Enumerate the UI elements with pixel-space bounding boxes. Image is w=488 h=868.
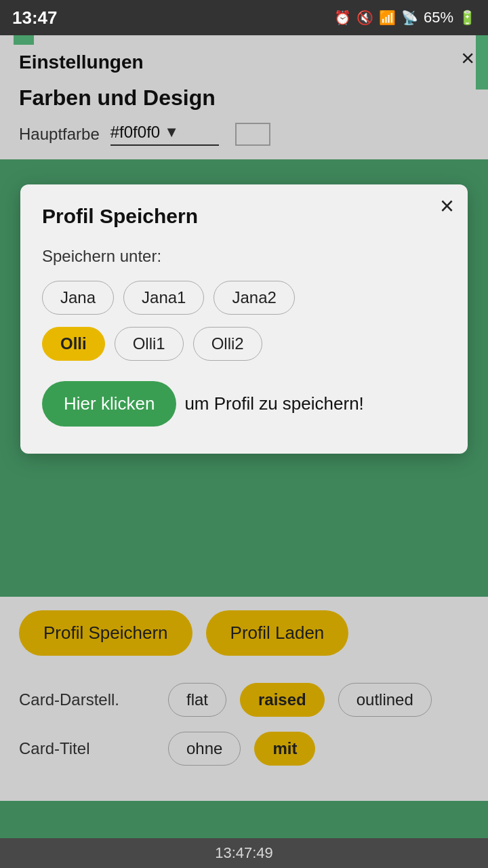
- profile-row-1: Jana Jana1 Jana2: [42, 281, 446, 315]
- tab-indicator-right: [476, 35, 488, 90]
- modal-dialog: × Profil Speichern Speichern unter: Jana…: [20, 184, 468, 454]
- profile-chip-jana[interactable]: Jana: [42, 281, 114, 315]
- tab-indicator-left: [14, 35, 34, 45]
- status-time: 13:47: [12, 7, 58, 28]
- profile-chip-jana1[interactable]: Jana1: [123, 281, 204, 315]
- mute-icon: 🔇: [357, 9, 373, 26]
- save-action-row: Hier klicken um Profil zu speichern!: [42, 381, 446, 427]
- profile-chip-olli2[interactable]: Olli2: [193, 327, 262, 361]
- battery-text: 65%: [424, 9, 453, 26]
- battery-icon: 🔋: [459, 9, 476, 26]
- status-bar: 13:47 ⏰ 🔇 📶 📡 65% 🔋: [0, 0, 488, 35]
- signal-icon: 📡: [401, 9, 418, 26]
- alarm-icon: ⏰: [334, 9, 351, 26]
- modal-title: Profil Speichern: [42, 205, 446, 228]
- profile-row-2: Olli Olli1 Olli2: [42, 327, 446, 361]
- status-icons: ⏰ 🔇 📶 📡 65% 🔋: [334, 9, 476, 26]
- wifi-icon: 📶: [379, 9, 396, 26]
- save-action-text: um Profil zu speichern!: [184, 393, 363, 414]
- modal-overlay: × Profil Speichern Speichern unter: Jana…: [0, 35, 488, 868]
- modal-close-button[interactable]: ×: [440, 194, 454, 218]
- profile-chip-olli[interactable]: Olli: [42, 327, 105, 361]
- profile-chip-jana2[interactable]: Jana2: [214, 281, 294, 315]
- hier-klicken-button[interactable]: Hier klicken: [42, 381, 176, 427]
- profile-chip-olli1[interactable]: Olli1: [115, 327, 184, 361]
- modal-subtitle: Speichern unter:: [42, 247, 446, 266]
